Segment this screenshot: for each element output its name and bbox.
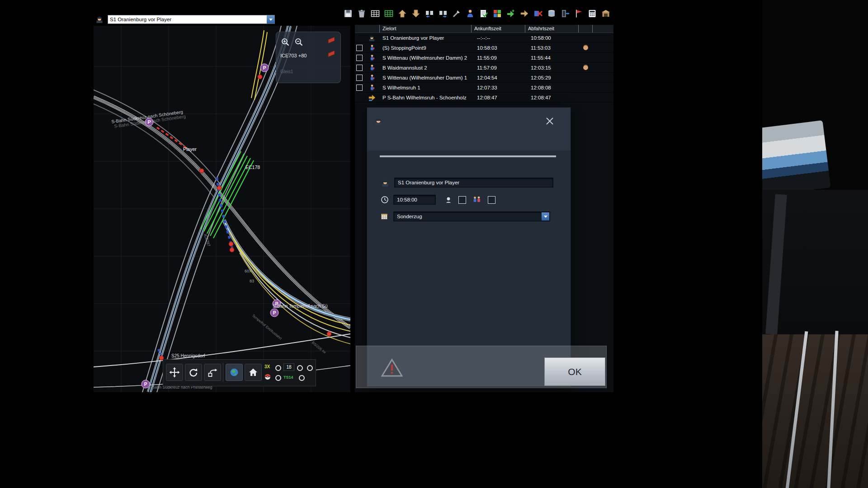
passenger-stop-icon — [368, 84, 376, 91]
table-row[interactable]: S Wilhelmsruh 1 12:07:33 12:08:08 — [355, 83, 613, 93]
face-icon — [583, 65, 589, 70]
conductor-icon — [368, 34, 376, 42]
route-flag-button-2[interactable] — [328, 50, 335, 57]
col-ankunftszeit: Ankunftszeit — [472, 25, 525, 33]
split-left-button[interactable] — [424, 7, 435, 20]
schedule-icon — [381, 213, 388, 220]
dialog-close-button[interactable] — [544, 115, 556, 127]
keypad-button[interactable] — [586, 7, 598, 20]
svg-text:Player: Player — [183, 146, 197, 152]
database-button[interactable] — [546, 7, 557, 20]
home-view-button[interactable] — [245, 364, 262, 381]
row-checkbox[interactable] — [356, 65, 363, 71]
train-goto-icon — [368, 94, 376, 101]
add-route-button[interactable] — [505, 7, 517, 20]
cell-zielort: S Wittenau (Wilhelmsruher Damm) 1 — [380, 75, 472, 80]
ok-button[interactable]: OK — [544, 357, 605, 386]
cell-ankunft: --:--:-- — [472, 35, 525, 41]
schedule-toolbar — [342, 5, 616, 22]
remove-route-icon — [533, 9, 543, 19]
cell-zielort: P S-Bahn Wilhelmsruh - Schoenholz — [380, 95, 472, 100]
track-map[interactable]: P P P P P S-Bahn Südkreuz nach Schöneber… — [94, 26, 350, 392]
row-checkbox[interactable] — [356, 84, 363, 91]
route-jump-button[interactable] — [204, 364, 221, 381]
color-grid-button[interactable] — [491, 7, 503, 20]
move-down-button[interactable] — [410, 7, 422, 20]
toolbar-divider — [223, 363, 223, 382]
train-selector-dropdown[interactable]: S1 Oranienburg vor Player — [108, 15, 275, 24]
route-flag-button-1[interactable] — [328, 37, 335, 44]
warning-icon — [381, 358, 403, 378]
speed-radio[interactable] — [275, 365, 281, 371]
goto-route-icon — [519, 9, 529, 19]
signal-radio[interactable] — [299, 375, 305, 381]
depot-button[interactable] — [600, 7, 612, 20]
zoom-in-button[interactable] — [281, 38, 290, 47]
driver-icon — [445, 196, 452, 203]
rotate-map-button[interactable] — [185, 364, 202, 381]
overlay-train-label: ICE703 +80 — [280, 53, 307, 58]
save-button[interactable] — [342, 7, 354, 20]
marker-ball-icon[interactable] — [264, 374, 271, 380]
cell-abfahrt: 11:53:03 — [525, 45, 579, 51]
grid-button[interactable] — [369, 7, 381, 20]
table-row[interactable]: S Wittenau (Wilhelmsruher Damm) 1 12:04:… — [355, 73, 613, 83]
remove-route-button[interactable] — [532, 7, 544, 20]
flag-icon — [574, 9, 584, 19]
map-toolbar: 3X 18 TS14 — [163, 359, 316, 386]
svg-text:P: P — [144, 382, 147, 387]
exit-door-button[interactable] — [559, 7, 571, 20]
dialog-footer-band: OK — [356, 346, 607, 388]
chevron-down-icon[interactable] — [267, 15, 274, 23]
table-row[interactable]: B Waidmannslust 2 11:57:09 12:03:15 — [355, 63, 613, 73]
delete-button[interactable] — [356, 7, 368, 20]
marker-radio[interactable] — [275, 375, 281, 381]
move-up-button[interactable] — [396, 7, 408, 20]
trash-icon — [357, 9, 367, 19]
zoom-out-button[interactable] — [294, 38, 303, 47]
table-row[interactable]: P S-Bahn Wilhelmsruh - Schoenholz 12:08:… — [355, 93, 613, 103]
signal-label: TS14 — [283, 375, 293, 380]
chevron-down-icon[interactable] — [542, 212, 549, 221]
passengers-checkbox[interactable] — [488, 196, 495, 204]
departure-time-field[interactable]: 10:58:00 — [393, 195, 436, 205]
option-radio-1[interactable] — [307, 365, 313, 371]
row-checkbox[interactable] — [356, 45, 363, 51]
table-row[interactable]: (S) StoppingPoint9 10:58:03 11:53:03 — [355, 43, 613, 53]
tool-button[interactable] — [451, 7, 462, 20]
flag-button[interactable] — [573, 7, 585, 20]
goto-route-button[interactable] — [519, 7, 530, 20]
world-train — [762, 120, 831, 196]
split-right-button[interactable] — [437, 7, 449, 20]
svg-text:EC178: EC178 — [245, 164, 260, 170]
track-number-field[interactable]: 18 — [283, 363, 294, 371]
split-left-icon — [425, 9, 434, 19]
train-selector-value: S1 Oranienburg vor Player — [108, 17, 267, 22]
table-row[interactable]: S1 Oranienburg vor Player --:--:-- 10:58… — [355, 33, 613, 43]
grid-green-button[interactable] — [383, 7, 395, 20]
overlay-track-label: Gleis1 — [280, 69, 293, 74]
cell-abfahrt: 12:05:29 — [525, 75, 579, 80]
conductor-button[interactable] — [464, 7, 476, 20]
driver-checkbox[interactable] — [458, 196, 466, 204]
arrow-down-icon — [411, 9, 421, 19]
row-checkbox[interactable] — [356, 55, 363, 61]
svg-text:83: 83 — [250, 279, 254, 283]
route-jump-icon — [207, 367, 218, 378]
track-radio[interactable] — [297, 365, 303, 371]
train-type-dropdown[interactable]: Sonderzug — [393, 211, 550, 221]
cell-ankunft: 12:07:33 — [472, 85, 525, 90]
train-avatar-icon — [381, 178, 390, 187]
cell-zielort: (S) StoppingPoint9 — [380, 45, 472, 51]
cell-ankunft: 12:04:54 — [472, 75, 525, 80]
globe-icon — [229, 367, 240, 378]
row-checkbox[interactable] — [356, 75, 363, 81]
train-name-value: S1 Oranienburg vor Player — [398, 180, 459, 185]
pan-map-button[interactable] — [166, 364, 183, 381]
map-overlay-panel: ICE703 +80 Gleis1 — [276, 32, 341, 83]
table-row[interactable]: S Wittenau (Wilhelmsruher Damm) 2 11:55:… — [355, 53, 613, 63]
train-name-field[interactable]: S1 Oranienburg vor Player — [394, 178, 553, 188]
svg-text:P: P — [273, 310, 276, 315]
world-view-button[interactable] — [226, 364, 243, 381]
checklist-button[interactable] — [478, 7, 490, 20]
